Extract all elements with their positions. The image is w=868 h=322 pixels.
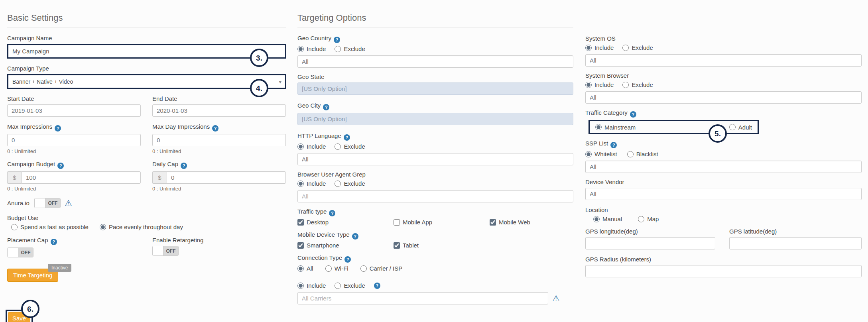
http-language-include-option[interactable]: Include — [297, 143, 326, 150]
ssp-list-input[interactable] — [585, 161, 862, 173]
whitelist-label: Whitelist — [594, 151, 617, 157]
geo-country-label-text: Geo Country — [297, 35, 331, 41]
device-vendor-input[interactable] — [585, 188, 862, 200]
exclude-radio[interactable] — [335, 283, 341, 289]
system-os-input[interactable] — [585, 54, 862, 67]
currency-addon: $ — [7, 171, 22, 184]
traffic-type-mobile-web-option[interactable]: Mobile Web — [490, 219, 586, 226]
carriers-exclude-option[interactable]: Exclude — [335, 282, 365, 289]
browser-ua-include-option[interactable]: Include — [297, 180, 326, 187]
desktop-checkbox[interactable] — [297, 219, 304, 226]
http-language-input[interactable] — [297, 153, 573, 165]
include-radio[interactable] — [297, 143, 304, 150]
mobile-web-checkbox[interactable] — [490, 219, 496, 226]
mobile-device-smartphone-option[interactable]: Smartphone — [297, 242, 394, 249]
traffic-category-adult-option[interactable]: Adult — [729, 124, 752, 131]
exclude-radio[interactable] — [335, 143, 341, 150]
max-impressions-input[interactable] — [7, 134, 141, 146]
geo-country-exclude-option[interactable]: Exclude — [335, 45, 365, 52]
budget-use-option-spend-fast[interactable]: Spend as fast as possible — [11, 224, 89, 230]
help-icon[interactable] — [352, 233, 358, 240]
manual-radio[interactable] — [593, 216, 600, 222]
traffic-type-desktop-option[interactable]: Desktop — [297, 219, 394, 226]
ssp-whitelist-option[interactable]: Whitelist — [585, 151, 617, 157]
help-icon[interactable] — [55, 125, 61, 132]
connection-type-carrier-option[interactable]: Carrier / ISP — [360, 265, 403, 272]
gps-latitude-input[interactable] — [729, 237, 862, 249]
mainstream-radio[interactable] — [595, 124, 602, 130]
carriers-include-option[interactable]: Include — [297, 282, 326, 289]
gps-longitude-input[interactable] — [585, 237, 715, 249]
help-icon[interactable] — [57, 163, 64, 169]
wifi-radio[interactable] — [325, 265, 332, 272]
connection-type-wifi-option[interactable]: Wi-Fi — [325, 265, 348, 272]
include-radio[interactable] — [297, 46, 304, 52]
gps-radius-field: GPS Radius (kilometers) — [585, 256, 862, 277]
system-browser-include-option[interactable]: Include — [585, 81, 614, 88]
all-radio[interactable] — [297, 265, 304, 272]
spend-fast-radio[interactable] — [11, 224, 18, 230]
help-icon[interactable] — [323, 104, 329, 110]
help-icon[interactable] — [610, 142, 617, 148]
carrier-radio[interactable] — [360, 265, 367, 272]
tablet-checkbox[interactable] — [394, 242, 400, 249]
help-icon[interactable] — [630, 111, 636, 118]
browser-ua-exclude-option[interactable]: Exclude — [335, 180, 365, 187]
enable-retargeting-toggle[interactable]: OFF — [152, 246, 179, 256]
include-radio[interactable] — [585, 82, 592, 88]
start-date-input[interactable] — [7, 104, 141, 117]
traffic-type-mobile-app-option[interactable]: Mobile App — [394, 219, 490, 226]
placement-cap-toggle[interactable]: OFF — [7, 247, 33, 257]
help-icon[interactable] — [344, 134, 350, 141]
wifi-label: Wi-Fi — [335, 265, 348, 272]
budget-use-option-pace-evenly[interactable]: Pace evenly throughout day — [100, 224, 183, 230]
mobile-app-checkbox[interactable] — [394, 219, 400, 226]
help-icon[interactable] — [374, 283, 380, 289]
location-map-option[interactable]: Map — [638, 216, 659, 222]
browser-ua-input[interactable] — [297, 190, 573, 202]
max-impressions-field: Max Impressions 0 : Unlimited — [7, 123, 141, 154]
max-day-impressions-input[interactable] — [152, 134, 286, 146]
help-icon[interactable] — [344, 256, 351, 263]
ssp-blacklist-option[interactable]: Blacklist — [627, 151, 658, 157]
include-radio[interactable] — [297, 283, 304, 289]
system-os-exclude-option[interactable]: Exclude — [622, 44, 653, 51]
exclude-radio[interactable] — [335, 181, 341, 187]
campaign-name-input[interactable] — [7, 44, 286, 59]
adult-radio[interactable] — [729, 124, 736, 130]
help-icon[interactable] — [334, 37, 340, 43]
end-date-input[interactable] — [152, 104, 286, 117]
geo-country-include-option[interactable]: Include — [297, 45, 326, 52]
location-manual-option[interactable]: Manual — [593, 216, 622, 222]
exclude-radio[interactable] — [622, 45, 629, 51]
http-language-exclude-option[interactable]: Exclude — [335, 143, 365, 150]
system-os-include-option[interactable]: Include — [585, 44, 614, 51]
carriers-input[interactable] — [297, 292, 548, 304]
include-radio[interactable] — [297, 181, 304, 187]
exclude-radio[interactable] — [622, 82, 629, 88]
whitelist-radio[interactable] — [585, 151, 592, 157]
help-icon[interactable] — [181, 163, 187, 169]
system-browser-input[interactable] — [585, 91, 862, 104]
annotation-step-3: 3. — [250, 49, 268, 67]
gps-radius-input[interactable] — [585, 265, 862, 277]
mobile-device-tablet-option[interactable]: Tablet — [394, 242, 490, 249]
campaign-type-select[interactable]: Banner + Native + Video — [7, 74, 286, 89]
map-radio[interactable] — [638, 216, 644, 222]
connection-type-all-option[interactable]: All — [297, 265, 313, 272]
include-radio[interactable] — [585, 45, 592, 51]
budget-use-field: Budget Use Spend as fast as possible Pac… — [7, 214, 286, 230]
system-browser-exclude-option[interactable]: Exclude — [622, 81, 653, 88]
help-icon[interactable] — [51, 239, 57, 245]
pace-evenly-radio[interactable] — [100, 224, 106, 230]
daily-cap-input[interactable] — [167, 171, 286, 184]
help-icon[interactable] — [329, 210, 335, 216]
traffic-category-mainstream-option[interactable]: Mainstream — [595, 124, 636, 131]
exclude-radio[interactable] — [335, 46, 341, 52]
smartphone-checkbox[interactable] — [297, 242, 304, 249]
anura-toggle[interactable]: OFF — [34, 198, 61, 208]
blacklist-radio[interactable] — [627, 151, 634, 157]
help-icon[interactable] — [212, 125, 218, 132]
campaign-budget-input[interactable] — [22, 171, 141, 184]
geo-country-input[interactable] — [297, 55, 573, 68]
